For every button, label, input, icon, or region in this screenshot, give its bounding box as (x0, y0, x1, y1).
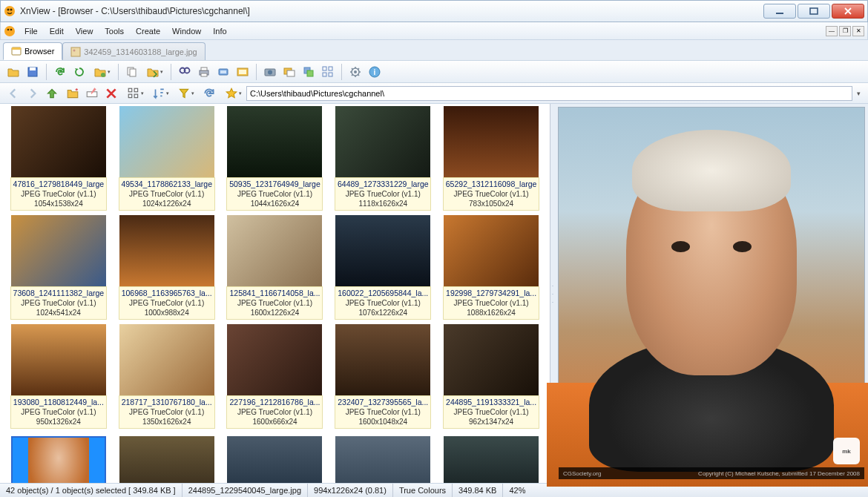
thumbnail-item[interactable]: 192998_1279734291_la... JPEG TrueColor (… (437, 213, 545, 322)
batch-button[interactable] (300, 63, 318, 81)
tab-label: Browser (24, 47, 54, 56)
menu-file[interactable]: File (19, 25, 44, 37)
view-mode-button[interactable]: ▾ (123, 85, 147, 102)
capture-button[interactable] (261, 63, 279, 81)
refresh-all-button[interactable] (70, 63, 88, 81)
thumb-format: JPEG TrueColor (v1.1) (121, 298, 213, 308)
thumb-filename: 125841_1166714058_la... (228, 289, 320, 298)
nav-back-button[interactable] (4, 85, 22, 102)
info-button[interactable]: i (366, 63, 384, 81)
status-zoom: 42% (503, 484, 531, 497)
address-input[interactable] (246, 86, 852, 101)
minimize-button[interactable] (763, 4, 796, 19)
svg-rect-31 (307, 70, 313, 76)
thumbnail-item[interactable] (329, 434, 437, 483)
search-button[interactable] (176, 63, 194, 81)
thumbnail-item[interactable] (221, 434, 329, 483)
thumb-format: JPEG TrueColor (v1.1) (13, 407, 105, 417)
thumbnail-item[interactable]: 193080_1180812449_la... JPEG TrueColor (… (4, 322, 113, 431)
thumbnail-item[interactable]: 232407_1327395565_la... JPEG TrueColor (… (329, 322, 437, 431)
filter-button[interactable]: ▾ (174, 85, 197, 102)
thumb-dimensions: 950x1326x24 (13, 417, 105, 427)
tab-image[interactable]: 342459_1314603188_large.jpg (62, 42, 205, 60)
mdi-close-button[interactable]: ✕ (852, 26, 864, 36)
thumbnail-item[interactable]: 125841_1166714058_la... JPEG TrueColor (… (221, 213, 329, 322)
app-icon-small (4, 25, 16, 37)
mdi-restore-button[interactable]: ❐ (839, 26, 851, 36)
thumb-format: JPEG TrueColor (v1.1) (445, 189, 537, 199)
refresh-button[interactable] (51, 63, 69, 81)
menu-edit[interactable]: Edit (44, 25, 70, 37)
menu-create[interactable]: Create (130, 25, 166, 37)
thumb-format: JPEG TrueColor (v1.1) (13, 189, 105, 199)
slideshow-button[interactable] (234, 63, 251, 81)
preview-image[interactable]: mk CGSociety.org Copyright (C) Michael K… (558, 107, 865, 480)
svg-rect-9 (12, 47, 21, 50)
svg-point-6 (7, 28, 10, 30)
rename-button[interactable] (83, 85, 101, 102)
recent-folders-button[interactable]: ▾ (90, 63, 114, 81)
thumbnail-item[interactable] (437, 434, 545, 483)
reload-button[interactable] (200, 85, 218, 102)
nav-forward-button[interactable] (24, 85, 42, 102)
menu-window[interactable]: Window (166, 25, 207, 37)
new-folder-button[interactable]: * (64, 85, 82, 102)
convert-button[interactable] (280, 63, 298, 81)
thumb-format: JPEG TrueColor (v1.1) (337, 189, 429, 199)
tab-browser[interactable]: Browser (3, 42, 62, 60)
copy-button[interactable] (123, 63, 141, 81)
close-button[interactable] (832, 4, 864, 19)
status-count: 42 object(s) / 1 object(s) selected [ 34… (0, 484, 183, 497)
menu-info[interactable]: Info (207, 25, 232, 37)
svg-point-37 (354, 70, 357, 73)
settings-button[interactable] (346, 63, 364, 81)
thumb-dimensions: 1350x1626x24 (121, 417, 213, 427)
thumb-filename: 47816_1279818449_large (13, 180, 105, 189)
nav-up-button[interactable] (43, 85, 61, 102)
window-controls (763, 4, 864, 19)
save-button[interactable] (24, 63, 42, 81)
thumbnail-item[interactable]: 227196_1212816786_la... JPEG TrueColor (… (221, 322, 329, 431)
thumb-format: JPEG TrueColor (v1.1) (228, 189, 320, 199)
svg-rect-32 (323, 67, 326, 70)
thumbnail-item[interactable]: 160022_1205695844_la... JPEG TrueColor (… (329, 213, 437, 322)
svg-rect-3 (776, 13, 783, 14)
thumb-filename: 160022_1205695844_la... (337, 289, 429, 298)
status-dims: 994x1226x24 (0.81) (308, 484, 393, 497)
open-button[interactable] (4, 63, 22, 81)
thumbnail-item[interactable] (113, 434, 221, 483)
thumbnails-scroll[interactable]: 47816_1279818449_large JPEG TrueColor (v… (0, 104, 550, 483)
thumbnail-item[interactable]: 218717_1310767180_la... JPEG TrueColor (… (113, 322, 221, 431)
menu-tools[interactable]: Tools (99, 25, 130, 37)
thumbnail-item[interactable]: 73608_1241111382_large JPEG TrueColor (v… (4, 213, 113, 322)
thumbnail-item[interactable]: 244895_1191333321_la... JPEG TrueColor (… (437, 322, 545, 431)
thumb-format: JPEG TrueColor (v1.1) (337, 298, 429, 308)
status-type: True Colours (393, 484, 453, 497)
menu-view[interactable]: View (70, 25, 99, 37)
thumb-dimensions: 1000x988x24 (121, 308, 213, 317)
svg-point-1 (7, 9, 10, 11)
delete-button[interactable] (102, 85, 120, 102)
thumb-filename: 232407_1327395565_la... (337, 398, 429, 407)
thumbnails-button[interactable] (319, 63, 337, 81)
scan-button[interactable] (214, 63, 232, 81)
tab-label: 342459_1314603188_large.jpg (84, 47, 197, 56)
favorites-button[interactable]: ▾ (221, 85, 245, 102)
thumb-filename: 65292_1312116098_large (445, 180, 537, 189)
thumbnail-item[interactable]: 50935_1231764949_large JPEG TrueColor (v… (221, 104, 329, 213)
thumb-format: JPEG TrueColor (v1.1) (121, 189, 213, 199)
thumbnail-item[interactable]: 106968_1163965763_la... JPEG TrueColor (… (113, 213, 221, 322)
svg-point-5 (4, 26, 15, 36)
sort-button[interactable]: ▾ (148, 85, 172, 102)
maximize-button[interactable] (798, 4, 830, 19)
thumbnail-item[interactable]: 47816_1279818449_large JPEG TrueColor (v… (4, 104, 113, 213)
svg-rect-4 (810, 8, 818, 14)
thumbnail-item[interactable]: 65292_1312116098_large JPEG TrueColor (v… (437, 104, 545, 213)
paste-button[interactable]: ▾ (142, 63, 166, 81)
thumbnail-item[interactable]: 64489_1273331229_large JPEG TrueColor (v… (329, 104, 437, 213)
print-button[interactable] (195, 63, 213, 81)
thumb-dimensions: 1088x1626x24 (445, 308, 537, 317)
thumbnail-item[interactable]: 49534_1178862133_large JPEG TrueColor (v… (113, 104, 221, 213)
mdi-minimize-button[interactable]: — (826, 26, 838, 36)
thumbnail-item[interactable] (4, 434, 113, 483)
